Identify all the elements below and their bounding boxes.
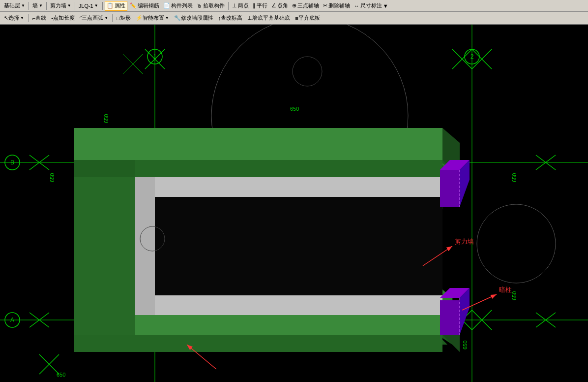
shear-wall-dropdown[interactable]: 剪力墙 ▼ [48, 1, 73, 11]
svg-text:650: 650 [290, 106, 299, 112]
parallel-button[interactable]: ∥ 平行 [251, 1, 269, 11]
property-icon: 📋 [107, 2, 114, 9]
wall-bottom-base-button[interactable]: ⊥ 墙底平齐基础底 [245, 13, 292, 23]
separator3 [75, 2, 75, 10]
delete-icon: ✂ [323, 2, 327, 9]
separator4 [102, 2, 103, 10]
parallel-icon: ∥ [253, 2, 256, 9]
select-icon: ↖ [4, 15, 8, 21]
svg-text:650: 650 [57, 372, 65, 378]
three-point-axis-button[interactable]: ⊕ 三点辅轴 [291, 1, 321, 11]
angle-icon: ∠ [271, 2, 276, 9]
property-button[interactable]: 📋 属性 [105, 1, 127, 11]
dim-icon: ↔ [354, 3, 359, 9]
svg-rect-60 [135, 177, 442, 197]
delete-axis-button[interactable]: ✂ 删除辅轴 [322, 1, 352, 11]
pick-component-button[interactable]: 🖱 拾取构件 [195, 1, 226, 11]
cad-canvas[interactable]: 1 2 B A 650 650 650 650 650 650 650 剪力墙 … [0, 25, 588, 382]
modify-wall-prop-button[interactable]: 🔧 修改墙段属性 [172, 13, 215, 23]
angle-button[interactable]: ∠ 点角 [270, 1, 290, 11]
svg-marker-56 [74, 335, 442, 352]
rect-icon: □ [117, 15, 120, 21]
rect-button[interactable]: □ 矩形 [115, 13, 133, 23]
point-length-button[interactable]: • 点加长度 [49, 13, 77, 23]
sep-s1 [28, 14, 29, 22]
svg-rect-67 [440, 300, 460, 335]
separator2 [46, 2, 47, 10]
main-svg: 1 2 B A 650 650 650 650 650 650 650 剪力墙 … [0, 25, 588, 382]
toolbar-second: ↖ 选择 ▼ ⌐ 直线 • 点加长度 ◜ 三点画弧 ▼ □ 矩形 ⚡ 智能布置 … [0, 12, 588, 25]
svg-text:650: 650 [49, 173, 55, 182]
smart-layout-button[interactable]: ⚡ 智能布置 ▼ [134, 13, 171, 23]
svg-rect-64 [440, 170, 460, 207]
arc-button[interactable]: ◜ 三点画弧 ▼ [78, 13, 110, 23]
separator5 [228, 2, 229, 10]
line-button[interactable]: ⌐ 直线 [30, 13, 48, 23]
sep-s2 [112, 14, 113, 22]
list-icon: 📄 [163, 2, 170, 9]
component-list-button[interactable]: 📄 构件列表 [162, 1, 194, 11]
modprop-icon: 🔧 [174, 15, 181, 21]
svg-rect-63 [155, 197, 442, 295]
pick-icon: 🖱 [197, 3, 202, 9]
wall-dropdown[interactable]: 墙 ▼ [30, 1, 45, 11]
wallbase-icon: ⊥ [247, 15, 252, 21]
svg-text:暗柱: 暗柱 [499, 286, 512, 293]
layer-group: 基础层 ▼ 墙 ▼ 剪力墙 ▼ JLQ-1 ▼ [2, 1, 100, 11]
check-elevation-button[interactable]: ↕ 查改标高 [216, 13, 245, 23]
level-bottom-plate-button[interactable]: ≡ 平齐底板 [293, 13, 322, 23]
two-point-button[interactable]: ⊥ 两点 [231, 1, 250, 11]
svg-text:1: 1 [153, 53, 157, 60]
twopoint-icon: ⊥ [232, 2, 237, 9]
svg-text:B: B [10, 159, 14, 166]
svg-marker-57 [74, 160, 135, 335]
smart-icon: ⚡ [136, 15, 143, 21]
separator [29, 2, 29, 10]
edit-rebar-button[interactable]: ✏️ 编辑钢筋 [128, 1, 161, 11]
svg-rect-61 [135, 295, 442, 315]
svg-text:2: 2 [470, 53, 474, 60]
edit-icon: ✏️ [130, 2, 137, 9]
svg-text:650: 650 [511, 173, 517, 182]
axis3-icon: ⊕ [292, 2, 296, 9]
jlq-dropdown[interactable]: JLQ-1 ▼ [77, 1, 100, 11]
svg-text:A: A [10, 317, 14, 323]
svg-text:650: 650 [511, 291, 517, 300]
svg-text:650: 650 [462, 341, 468, 350]
svg-rect-62 [135, 177, 155, 315]
svg-text:650: 650 [103, 114, 109, 123]
select-dropdown[interactable]: ↖ 选择 ▼ [2, 13, 26, 23]
layer-dropdown[interactable]: 基础层 ▼ [2, 1, 27, 11]
toolbar-top: 基础层 ▼ 墙 ▼ 剪力墙 ▼ JLQ-1 ▼ 📋 属性 ✏️ 编辑钢筋 📄 构… [0, 0, 588, 12]
svg-text:剪力墙: 剪力墙 [455, 238, 474, 245]
dim-button[interactable]: ↔ 尺寸标注 ▼ [353, 1, 390, 11]
